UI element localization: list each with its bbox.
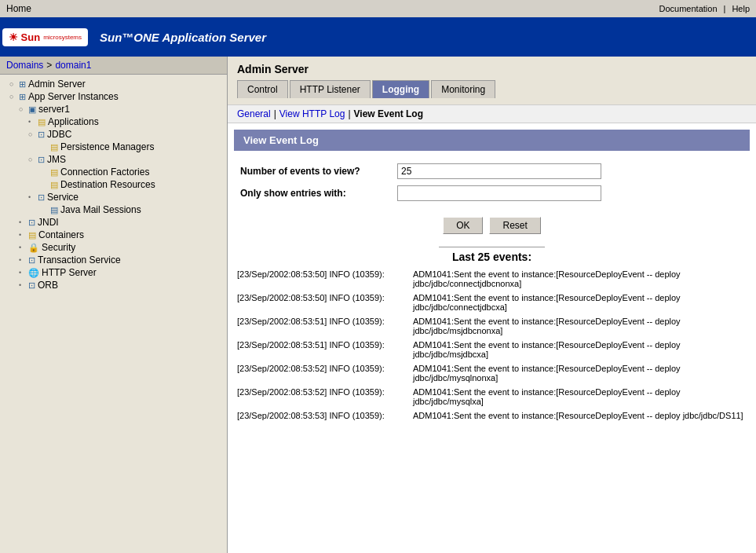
form-buttons: OK Reset — [228, 214, 756, 244]
sidebar-item-java-mail-sessions[interactable]: ▤ Java Mail Sessions — [0, 203, 227, 216]
persistence-label: Persistence Managers — [60, 141, 154, 152]
sidebar-item-jdbc[interactable]: ○ ⊡ JDBC — [0, 128, 227, 141]
orb-label: ORB — [38, 280, 58, 291]
sidebar-item-applications[interactable]: • ▤ Applications — [0, 115, 227, 128]
jdbc-icon: ⊡ — [38, 130, 45, 140]
event-msg-1: ADM1041:Sent the event to instance:[Reso… — [413, 293, 747, 312]
admin-server-icon: ⊞ — [19, 79, 26, 90]
tab-control[interactable]: Control — [237, 80, 288, 98]
event-msg-3: ADM1041:Sent the event to instance:[Reso… — [413, 340, 747, 359]
toggle-http-server: • — [19, 269, 27, 276]
containers-label: Containers — [38, 229, 84, 240]
filter-label: Only show entries with: — [240, 188, 397, 199]
reset-button[interactable]: Reset — [489, 217, 540, 234]
toggle-service: • — [28, 193, 36, 201]
applications-icon: ▤ — [38, 117, 46, 127]
server1-label: server1 — [38, 104, 70, 115]
toggle-transaction: • — [19, 256, 27, 264]
connection-factories-label: Connection Factories — [60, 167, 149, 178]
event-entry-3: [23/Sep/2002:08:53:51] INFO (10359):ADM1… — [237, 340, 747, 359]
home-link[interactable]: Home — [6, 3, 31, 14]
tab-monitoring[interactable]: Monitoring — [431, 80, 495, 98]
event-meta-0: [23/Sep/2002:08:53:50] INFO (10359): — [237, 269, 410, 288]
sidebar-item-server1[interactable]: ○ ▣ server1 — [0, 103, 227, 115]
breadcrumb-sep: > — [46, 60, 52, 71]
http-server-label: HTTP Server — [42, 267, 97, 278]
toggle-jms: ○ — [28, 156, 36, 163]
service-label: Service — [47, 192, 79, 203]
jms-icon: ⊡ — [38, 155, 45, 165]
persistence-icon: ▤ — [50, 142, 58, 152]
event-msg-6: ADM1041:Sent the event to instance:[Reso… — [413, 411, 747, 420]
http-server-icon: 🌐 — [28, 268, 39, 278]
app-title: Sun™ONE Application Server — [100, 31, 266, 44]
event-meta-5: [23/Sep/2002:08:53:52] INFO (10359): — [237, 387, 410, 406]
event-entry-4: [23/Sep/2002:08:53:52] INFO (10359):ADM1… — [237, 364, 747, 383]
form-area: Number of events to view? Only show entr… — [228, 157, 756, 214]
event-entry-6: [23/Sep/2002:08:53:53] INFO (10359):ADM1… — [237, 411, 747, 420]
event-msg-2: ADM1041:Sent the event to instance:[Reso… — [413, 317, 747, 335]
subnav-sep2: | — [348, 108, 350, 119]
toggle-app-server: ○ — [9, 93, 17, 101]
toggle-applications: • — [28, 118, 36, 126]
sun-text: ☀ Sun — [9, 31, 40, 43]
sidebar-item-app-server-instances[interactable]: ○ ⊞ App Server Instances — [0, 90, 227, 103]
toggle-server1: ○ — [19, 105, 27, 113]
help-link[interactable]: Help — [732, 4, 750, 13]
ok-button[interactable]: OK — [443, 217, 483, 234]
sidebar-item-connection-factories[interactable]: ▤ Connection Factories — [0, 166, 227, 178]
breadcrumb-domains[interactable]: Domains — [6, 60, 43, 71]
sidebar-item-admin-server[interactable]: ○ ⊞ Admin Server — [0, 78, 227, 90]
applications-label: Applications — [48, 116, 99, 127]
section-heading: View Event Log — [234, 130, 750, 151]
service-icon: ⊡ — [38, 192, 45, 203]
sidebar-item-transaction-service[interactable]: • ⊡ Transaction Service — [0, 254, 227, 266]
sidebar-item-persistence-managers[interactable]: ▤ Persistence Managers — [0, 141, 227, 153]
security-label: Security — [42, 242, 75, 253]
event-meta-6: [23/Sep/2002:08:53:53] INFO (10359): — [237, 411, 410, 420]
filter-row: Only show entries with: — [240, 185, 743, 201]
subnav-view-http-log[interactable]: View HTTP Log — [279, 108, 345, 119]
divider — [439, 247, 545, 247]
containers-icon: ▤ — [28, 230, 36, 240]
transaction-icon: ⊡ — [28, 255, 35, 266]
content-title: Admin Server — [237, 63, 747, 75]
events-count-input[interactable] — [397, 163, 601, 179]
jms-label: JMS — [47, 154, 66, 165]
filter-input[interactable] — [397, 185, 601, 201]
content-header: Admin Server Control HTTP Listener Loggi… — [228, 57, 756, 105]
toggle-security: • — [19, 244, 27, 251]
event-meta-4: [23/Sep/2002:08:53:52] INFO (10359): — [237, 364, 410, 383]
event-meta-1: [23/Sep/2002:08:53:50] INFO (10359): — [237, 293, 410, 312]
sidebar-item-containers[interactable]: • ▤ Containers — [0, 229, 227, 241]
sidebar-item-orb[interactable]: • ⊡ ORB — [0, 279, 227, 291]
sidebar: Domains > domain1 ○ ⊞ Admin Server ○ ⊞ A… — [0, 57, 228, 553]
subnav-general[interactable]: General — [237, 108, 271, 119]
documentation-link[interactable]: Documentation — [659, 4, 718, 13]
java-mail-icon: ▤ — [50, 205, 58, 215]
sidebar-item-security[interactable]: • 🔒 Security — [0, 241, 227, 254]
events-title: Last 25 events: — [228, 251, 756, 263]
micro-text: microsystems — [43, 34, 82, 41]
breadcrumb-domain1[interactable]: domain1 — [55, 60, 91, 71]
admin-server-label: Admin Server — [28, 79, 86, 90]
sidebar-item-destination-resources[interactable]: ▤ Destination Resources — [0, 178, 227, 191]
tab-http-listener[interactable]: HTTP Listener — [290, 80, 371, 98]
app-server-label: App Server Instances — [28, 91, 119, 102]
subnav-view-event-log: View Event Log — [354, 108, 423, 119]
main-layout: Domains > domain1 ○ ⊞ Admin Server ○ ⊞ A… — [0, 57, 756, 553]
tab-logging[interactable]: Logging — [372, 80, 429, 98]
event-meta-3: [23/Sep/2002:08:53:51] INFO (10359): — [237, 340, 410, 359]
subnav-sep1: | — [274, 108, 276, 119]
sidebar-item-http-server[interactable]: • 🌐 HTTP Server — [0, 266, 227, 279]
event-entry-5: [23/Sep/2002:08:53:52] INFO (10359):ADM1… — [237, 387, 747, 406]
toggle-containers: • — [19, 231, 27, 239]
transaction-label: Transaction Service — [38, 255, 121, 266]
toggle-jdbc: ○ — [28, 130, 36, 138]
content-area: Admin Server Control HTTP Listener Loggi… — [228, 57, 756, 553]
breadcrumb: Domains > domain1 — [0, 57, 227, 75]
sidebar-item-jndi[interactable]: • ⊡ JNDI — [0, 216, 227, 229]
jdbc-label: JDBC — [47, 129, 71, 140]
sidebar-item-service[interactable]: • ⊡ Service — [0, 191, 227, 203]
sidebar-item-jms[interactable]: ○ ⊡ JMS — [0, 153, 227, 166]
